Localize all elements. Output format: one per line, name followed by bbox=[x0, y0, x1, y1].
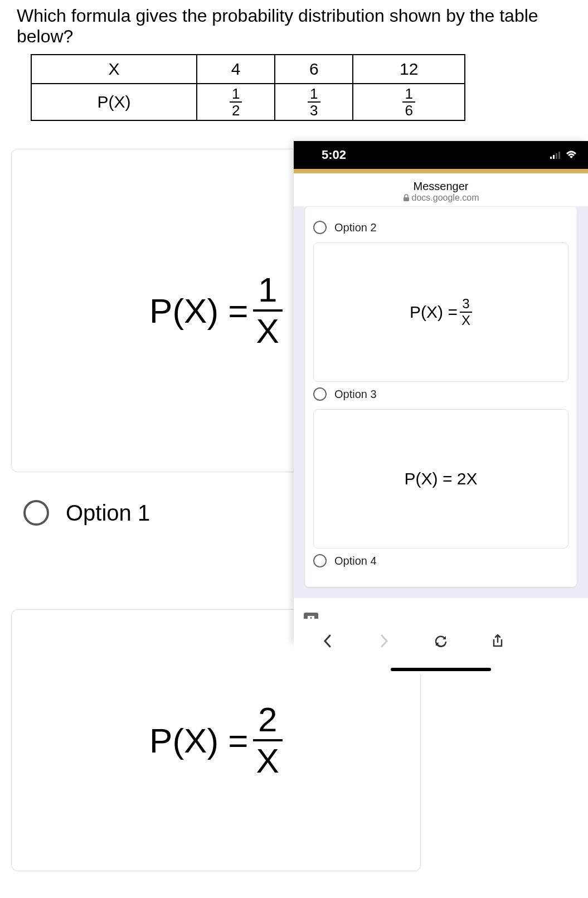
forward-button bbox=[376, 633, 392, 649]
formula-display: P(X) = 1 X bbox=[149, 273, 283, 348]
frac-num: 1 bbox=[402, 86, 415, 103]
option-2-radio-row[interactable]: Option 2 bbox=[313, 221, 568, 234]
formula-text: P(X) = 2X bbox=[405, 469, 478, 488]
table-header-px: P(X) bbox=[31, 84, 197, 120]
option-4-card[interactable]: P(X) = 2X bbox=[313, 409, 568, 548]
back-button[interactable] bbox=[319, 633, 336, 649]
table-cell: 6 bbox=[275, 55, 353, 84]
table-row: P(X) 12 13 16 bbox=[31, 84, 465, 120]
table-cell: 4 bbox=[197, 55, 275, 84]
frac-den: 2 bbox=[230, 103, 242, 118]
radio-icon[interactable] bbox=[313, 221, 327, 234]
option-1-label: Option 1 bbox=[66, 501, 150, 526]
status-icons bbox=[550, 151, 577, 159]
frac-den: X bbox=[253, 741, 283, 778]
option-4-label: Option 4 bbox=[334, 555, 377, 567]
formula-left: P(X) = bbox=[410, 303, 458, 322]
form-card: Option 2 P(X) = 3 X Option 3 P(X) = 2X bbox=[305, 207, 577, 587]
table-row: X 4 6 12 bbox=[31, 55, 465, 84]
browser-nav-bar bbox=[294, 619, 588, 663]
table-cell: 12 bbox=[353, 55, 465, 84]
home-indicator[interactable] bbox=[391, 668, 491, 671]
frac-num: 1 bbox=[230, 86, 242, 103]
option-3-card[interactable]: P(X) = 3 X bbox=[313, 242, 568, 382]
frac-num: 1 bbox=[253, 273, 283, 312]
status-time: 5:02 bbox=[322, 148, 346, 162]
option-4-radio-row[interactable]: Option 4 bbox=[313, 554, 568, 567]
probability-table: X 4 6 12 P(X) 12 13 16 bbox=[31, 54, 465, 121]
svg-rect-1 bbox=[553, 155, 555, 159]
phone-overlay: 5:02 Messenger docs.google.com Option 2 … bbox=[294, 141, 588, 643]
radio-icon[interactable] bbox=[313, 554, 327, 567]
svg-rect-4 bbox=[404, 197, 409, 201]
signal-icon bbox=[550, 151, 562, 159]
frac-den: 3 bbox=[308, 103, 320, 118]
table-header-x: X bbox=[31, 55, 197, 84]
svg-rect-2 bbox=[556, 153, 557, 159]
frac-num: 2 bbox=[253, 702, 283, 741]
phone-content: Option 2 P(X) = 3 X Option 3 P(X) = 2X bbox=[294, 207, 588, 598]
table-cell: 16 bbox=[353, 84, 465, 120]
wifi-icon bbox=[566, 151, 577, 159]
url-text: docs.google.com bbox=[412, 193, 479, 203]
option-2-label: Option 2 bbox=[334, 221, 377, 234]
table-cell: 12 bbox=[197, 84, 275, 120]
formula-left: P(X) = bbox=[149, 721, 248, 760]
frac-den: 6 bbox=[402, 103, 415, 118]
share-button[interactable] bbox=[489, 633, 506, 649]
svg-rect-0 bbox=[550, 157, 552, 159]
status-bar: 5:02 bbox=[294, 141, 588, 169]
radio-icon[interactable] bbox=[313, 387, 327, 401]
formula-display: P(X) = 2X bbox=[405, 469, 478, 488]
home-indicator-area bbox=[294, 658, 588, 674]
frac-num: 3 bbox=[460, 297, 472, 313]
option-3-label: Option 3 bbox=[334, 388, 377, 401]
frac-den: X bbox=[253, 312, 283, 348]
refresh-button[interactable] bbox=[433, 633, 449, 649]
frac-num: 1 bbox=[308, 86, 320, 103]
gold-accent-bar bbox=[294, 169, 588, 173]
formula-left: P(X) = bbox=[149, 291, 248, 331]
app-title: Messenger bbox=[294, 180, 588, 193]
question-text: Which formula gives the probability dist… bbox=[0, 0, 588, 50]
formula-display: P(X) = 3 X bbox=[410, 297, 472, 327]
radio-icon[interactable] bbox=[23, 500, 49, 526]
formula-display: P(X) = 2 X bbox=[149, 702, 283, 778]
url-display: docs.google.com bbox=[294, 193, 588, 203]
table-cell: 13 bbox=[275, 84, 353, 120]
option-3-radio-row[interactable]: Option 3 bbox=[313, 387, 568, 401]
frac-den: X bbox=[460, 313, 472, 327]
lock-icon bbox=[403, 194, 410, 202]
browser-header: Messenger docs.google.com bbox=[294, 173, 588, 207]
svg-rect-3 bbox=[558, 152, 560, 159]
